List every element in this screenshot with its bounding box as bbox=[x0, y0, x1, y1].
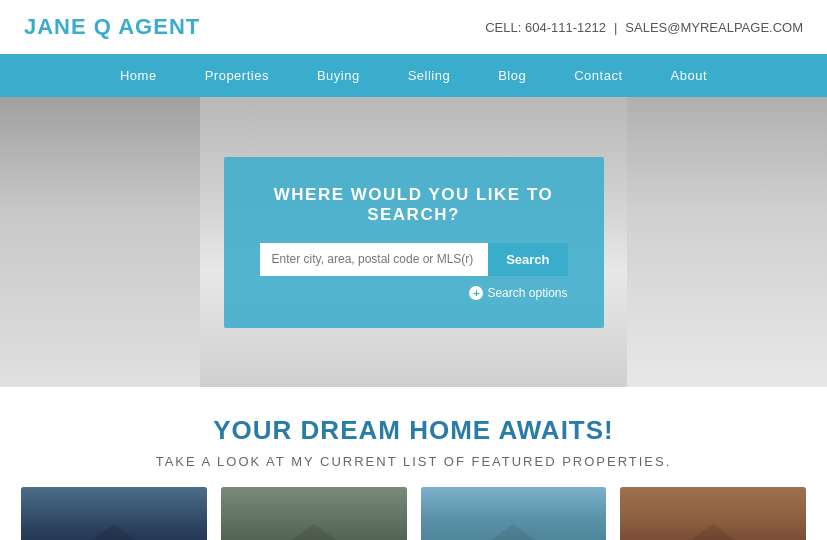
property-card-4[interactable]: 4525 Farnial Place bbox=[620, 487, 806, 540]
property-card-3[interactable]: 2620 Elgin Hill bbox=[421, 487, 607, 540]
svg-marker-1 bbox=[279, 524, 349, 540]
nav-home[interactable]: Home bbox=[96, 54, 181, 97]
hero-section: WHERE WOULD YOU LIKE TO SEARCH? Search +… bbox=[0, 97, 827, 387]
divider: | bbox=[614, 20, 617, 35]
main-nav: Home Properties Buying Selling Blog Cont… bbox=[0, 54, 827, 97]
top-header: JANE Q AGENT CELL: 604-111-1212 | SALES@… bbox=[0, 0, 827, 54]
house-silhouette-1 bbox=[74, 519, 154, 540]
house-silhouette-3 bbox=[473, 519, 553, 540]
house-silhouette-4 bbox=[673, 519, 753, 540]
svg-marker-0 bbox=[79, 524, 149, 540]
property-card-2[interactable]: 102 Broadway Boulevard bbox=[221, 487, 407, 540]
property-card-1[interactable]: 1606 Louview Avenue bbox=[21, 487, 207, 540]
nav-properties[interactable]: Properties bbox=[181, 54, 293, 97]
properties-row: 1606 Louview Avenue 102 Broadway Bouleva… bbox=[0, 487, 827, 540]
hero-overlay: WHERE WOULD YOU LIKE TO SEARCH? Search +… bbox=[0, 97, 827, 387]
search-input[interactable] bbox=[260, 243, 489, 276]
svg-marker-2 bbox=[478, 524, 548, 540]
nav-blog[interactable]: Blog bbox=[474, 54, 550, 97]
nav-contact[interactable]: Contact bbox=[550, 54, 646, 97]
search-options-label: Search options bbox=[487, 286, 567, 300]
dream-section: YOUR DREAM HOME AWAITS! TAKE A LOOK AT M… bbox=[0, 387, 827, 487]
nav-selling[interactable]: Selling bbox=[384, 54, 475, 97]
search-button[interactable]: Search bbox=[488, 243, 567, 276]
site-title: JANE Q AGENT bbox=[24, 14, 200, 40]
nav-buying[interactable]: Buying bbox=[293, 54, 384, 97]
dream-subtitle: TAKE A LOOK AT MY CURRENT LIST OF FEATUR… bbox=[20, 454, 807, 469]
dream-title: YOUR DREAM HOME AWAITS! bbox=[20, 415, 807, 446]
search-options-link[interactable]: + Search options bbox=[260, 286, 568, 300]
cell-number: CELL: 604-111-1212 bbox=[485, 20, 606, 35]
house-silhouette-2 bbox=[274, 519, 354, 540]
svg-marker-3 bbox=[678, 524, 748, 540]
nav-about[interactable]: About bbox=[647, 54, 731, 97]
search-box: WHERE WOULD YOU LIKE TO SEARCH? Search +… bbox=[224, 157, 604, 328]
email-address: SALES@MYREALPAGE.COM bbox=[625, 20, 803, 35]
plus-icon: + bbox=[469, 286, 483, 300]
search-heading: WHERE WOULD YOU LIKE TO SEARCH? bbox=[260, 185, 568, 225]
contact-info: CELL: 604-111-1212 | SALES@MYREALPAGE.CO… bbox=[485, 20, 803, 35]
search-row: Search bbox=[260, 243, 568, 276]
